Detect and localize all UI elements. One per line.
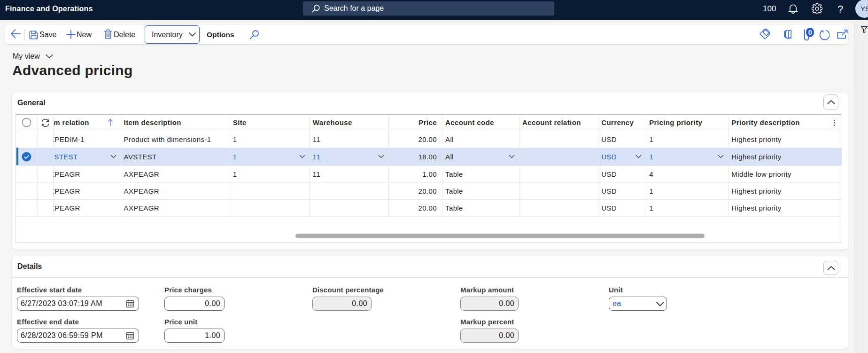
svg-text:0: 0 bbox=[808, 28, 812, 36]
